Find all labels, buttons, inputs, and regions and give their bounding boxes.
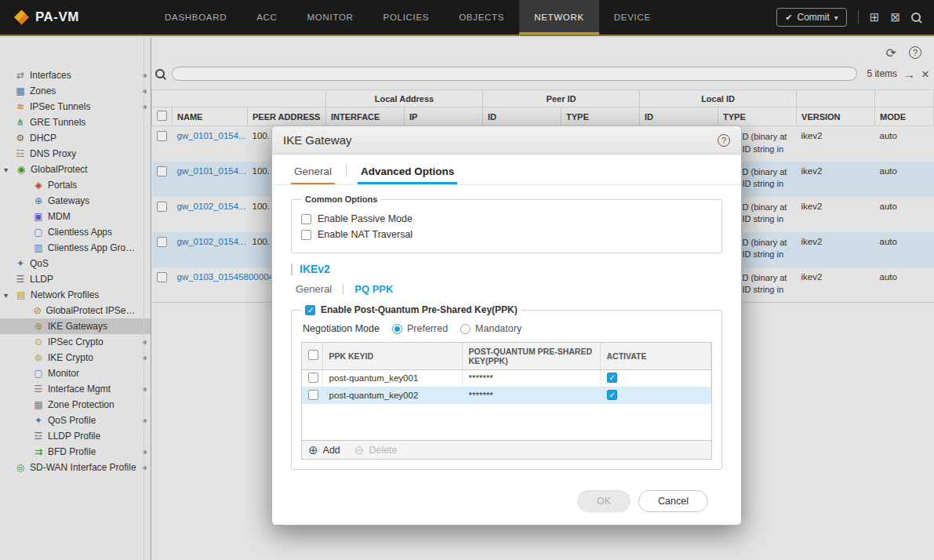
delete-icon: ⊖: [354, 444, 365, 456]
activate-checkbox[interactable]: [607, 390, 617, 400]
option-preferred[interactable]: Preferred: [392, 323, 448, 334]
ikev2-section-header: IKEv2: [291, 263, 722, 275]
cancel-button[interactable]: Cancel: [638, 490, 708, 512]
common-options-fieldset: Common Options Enable Passive Mode Enabl…: [291, 195, 722, 253]
section-bar: [291, 264, 293, 275]
dialog-help-icon[interactable]: ?: [718, 134, 730, 147]
ppk-table-header: PPK KEYID POST-QUANTUM PRE-SHARED KEY(PP…: [302, 343, 711, 369]
preferred-label: Preferred: [407, 323, 448, 334]
preferred-radio[interactable]: [392, 324, 402, 334]
dialog-header: IKE Gateway ?: [272, 126, 741, 155]
option-mandatory[interactable]: Mandatory: [460, 323, 522, 334]
tab-divider: [346, 164, 347, 176]
dialog-footer: OK Cancel: [291, 479, 722, 525]
mandatory-radio[interactable]: [460, 324, 471, 334]
negotiation-mode-label: Negotiation Mode: [303, 323, 380, 334]
ppk-table-empty-area: [302, 404, 711, 440]
delete-label: Delete: [369, 445, 397, 456]
mandatory-label: Mandatory: [475, 323, 522, 334]
ike-gateway-dialog: IKE Gateway ? General Advanced Options C…: [271, 125, 742, 525]
ppk-row: post-quantum_key002*******: [302, 387, 711, 404]
ppk-row: post-quantum_key001*******: [302, 369, 711, 387]
col-ppk-keyid[interactable]: PPK KEYID: [322, 343, 462, 369]
ppk-table-box: PPK KEYID POST-QUANTUM PRE-SHARED KEY(PP…: [301, 342, 712, 460]
ppk-fieldset: Enable Post-Quantum Pre-Shared Key(PPK) …: [291, 304, 722, 470]
subtab-divider: [343, 284, 343, 295]
tab-general[interactable]: General: [291, 161, 335, 184]
ppk-table-footer: ⊕ Add ⊖ Delete: [302, 440, 711, 459]
ok-button: OK: [577, 490, 631, 512]
ppk-table: PPK KEYID POST-QUANTUM PRE-SHARED KEY(PP…: [302, 343, 711, 404]
ppk-select-all-checkbox[interactable]: [308, 350, 318, 360]
subtab-general[interactable]: General: [293, 282, 335, 296]
dialog-title: IKE Gateway: [283, 133, 352, 147]
delete-button: ⊖ Delete: [354, 444, 398, 456]
enable-nat-traversal-row: Enable NAT Traversal: [301, 229, 712, 240]
ppk-row-checkbox[interactable]: [308, 390, 318, 400]
ppk-table-body: post-quantum_key001*******post-quantum_k…: [302, 369, 711, 404]
common-options-legend: Common Options: [301, 195, 381, 204]
enable-ppk-label: Enable Post-Quantum Pre-Shared Key(PPK): [321, 304, 518, 315]
dialog-body: Common Options Enable Passive Mode Enabl…: [272, 185, 741, 525]
col-ppk-key[interactable]: POST-QUANTUM PRE-SHARED KEY(PPK): [462, 343, 600, 369]
subtab-pq-ppk[interactable]: PQ PPK: [351, 282, 396, 296]
add-label: Add: [323, 445, 340, 456]
add-icon: ⊕: [308, 444, 318, 456]
enable-passive-mode-row: Enable Passive Mode: [301, 213, 712, 224]
enable-nat-traversal-checkbox[interactable]: [301, 230, 311, 240]
enable-passive-mode-checkbox[interactable]: [301, 214, 311, 224]
ikev2-label: IKEv2: [300, 263, 330, 275]
ppk-row-checkbox[interactable]: [308, 373, 318, 383]
add-button[interactable]: ⊕ Add: [308, 444, 340, 456]
enable-passive-mode-label: Enable Passive Mode: [318, 213, 412, 224]
enable-ppk-checkbox[interactable]: [305, 305, 315, 315]
col-activate[interactable]: ACTIVATE: [600, 343, 711, 369]
ppk-legend: Enable Post-Quantum Pre-Shared Key(PPK): [301, 304, 522, 315]
enable-nat-traversal-label: Enable NAT Traversal: [318, 229, 412, 240]
ikev2-subtabs: General PQ PPK: [293, 282, 722, 296]
tab-advanced-options[interactable]: Advanced Options: [358, 161, 457, 184]
dialog-tabs: General Advanced Options: [272, 155, 741, 185]
activate-checkbox[interactable]: [607, 373, 617, 383]
negotiation-mode-row: Negotiation Mode Preferred Mandatory: [303, 323, 710, 334]
